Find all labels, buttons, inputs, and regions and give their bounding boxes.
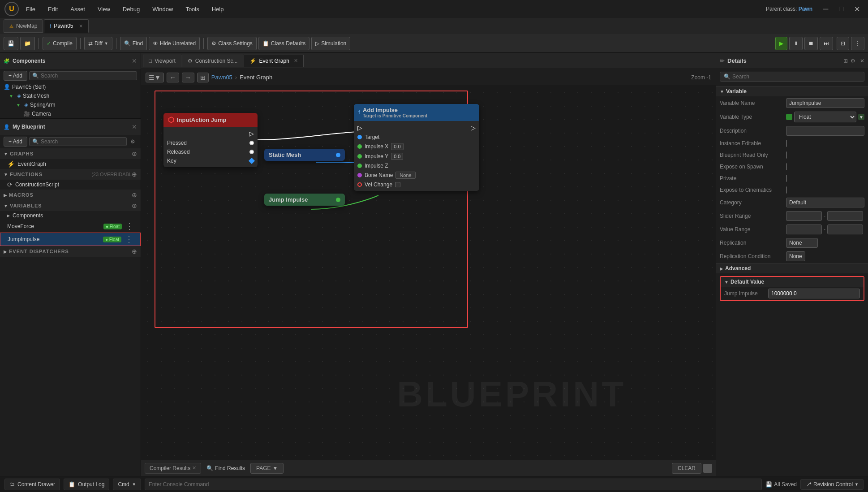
menu-edit[interactable]: Edit [45,4,60,14]
tab-pawn05-close[interactable]: ✕ [79,23,83,29]
expose-cinematics-checkbox[interactable] [786,186,787,194]
details-grid-icon[interactable]: ⊞ [843,58,848,64]
pressed-pin[interactable]: Pressed [163,138,258,147]
static-mesh-node[interactable]: Static Mesh [264,149,345,161]
graph-area[interactable]: BLUEPRINT ⬡ InputAction Jump [141,86,716,460]
menu-asset[interactable]: Asset [68,4,88,14]
construction-script-item[interactable]: ⟳ ConstructionScript [0,180,141,190]
value-range-max[interactable] [827,224,863,234]
category-select[interactable]: Default [786,198,864,207]
type-arr-icon[interactable]: ▼ [858,114,864,120]
skip-button[interactable]: ⏭ [820,37,833,50]
private-checkbox[interactable] [786,175,787,182]
tab-newmap[interactable]: ⚠ NewMap [4,19,43,33]
pause-button[interactable]: ⏸ [789,37,803,50]
menu-view[interactable]: View [95,4,113,14]
class-defaults-button[interactable]: 📋 Class Defaults [258,37,309,50]
eventgraph-item[interactable]: ⚡ EventGraph [0,159,141,169]
advanced-section-header[interactable]: ▶ Advanced [716,263,868,273]
revision-control-button[interactable]: ⎇ Revision Control ▼ [800,479,864,490]
diff-button[interactable]: ⇄ Diff ▼ [84,37,112,50]
components-add-button[interactable]: + Add [4,71,27,81]
event-dispatchers-add-icon[interactable]: ⊕ [132,248,137,255]
variables-add-icon[interactable]: ⊕ [132,202,137,209]
settings-gear-icon[interactable]: ⚙ [129,138,137,146]
replication-select[interactable]: None Replicated [786,238,818,248]
add-impulse-node[interactable]: f Add Impulse Target is Primitive Compon… [354,104,479,191]
impulse-y-pin[interactable]: Impulse Y 0.0 [354,151,479,161]
menu-help[interactable]: Help [209,4,227,14]
graphs-section-header[interactable]: ▼ GRAPHS ⊕ [0,148,141,159]
variable-name-input[interactable] [786,98,864,108]
impulse-x-pin[interactable]: Impulse X 0.0 [354,142,479,151]
bone-name-value[interactable]: None [395,172,415,179]
moveforce-more-icon[interactable]: ⋮ [125,221,133,231]
graphs-add-icon[interactable]: ⊕ [132,150,137,157]
components-group-item[interactable]: ▸ Components [0,211,141,220]
blueprint-search-input[interactable] [41,138,124,145]
find-button[interactable]: 🔍 Find [120,37,147,50]
components-search-input[interactable] [41,73,134,79]
expose-spawn-checkbox[interactable] [786,163,787,170]
jump-impulse-default-input[interactable] [768,289,860,298]
components-close-btn[interactable]: ✕ [132,57,137,65]
menu-debug[interactable]: Debug [120,4,142,14]
replication-condition-select[interactable]: None [786,251,805,261]
nav-forward-btn[interactable]: → [182,73,194,82]
input-action-node[interactable]: ⬡ InputAction Jump ▷ Pressed Released [163,113,258,167]
variable-section-header[interactable]: ▼ Variable [716,86,868,96]
more-button[interactable]: ⋮ [851,37,864,50]
description-input[interactable] [786,126,864,136]
jump-impulse-node[interactable]: Jump Impulse [264,194,345,206]
details-search-input[interactable] [732,73,860,80]
output-log-button[interactable]: 📋 Output Log [64,479,109,490]
tree-item-camera[interactable]: 🎥 Camera [0,109,141,118]
hide-unrelated-button[interactable]: 👁 Hide Unrelated [149,37,200,50]
eventgraph-tab-close[interactable]: ✕ [294,58,298,64]
default-value-header[interactable]: ▼ Default Value [721,277,864,287]
key-pin[interactable]: Key [163,156,258,165]
construction-tab[interactable]: ⚙ Construction Sc... [182,55,244,67]
page-button[interactable]: PAGE ▼ [250,463,284,474]
compiler-results-tab[interactable]: Compiler Results ✕ [145,463,201,474]
value-range-min[interactable] [786,224,822,234]
slider-range-max[interactable] [827,211,863,221]
menu-window[interactable]: Window [150,4,176,14]
minimize-btn[interactable]: ─ [820,4,832,14]
blueprint-readonly-checkbox[interactable] [786,151,787,159]
macros-section-header[interactable]: ▶ MACROS ⊕ [0,190,141,200]
close-btn[interactable]: ✕ [851,4,864,14]
tree-item-springarm[interactable]: ▼ ◈ SpringArm [0,100,141,109]
stop-button[interactable]: ⏹ [804,37,818,50]
cmd-button[interactable]: Cmd ▼ [113,479,141,490]
tab-pawn05[interactable]: f Pawn05 ✕ [44,19,88,33]
browse-button[interactable]: 📁 [20,37,35,50]
play-button[interactable]: ▶ [775,37,787,50]
released-pin[interactable]: Released [163,147,258,156]
tree-item-pawn05[interactable]: 👤 Pawn05 (Self) [0,82,141,91]
expand-button[interactable]: ⊡ [837,37,849,50]
scroll-indicator[interactable] [703,464,712,473]
content-drawer-button[interactable]: 🗂 Content Drawer [4,479,60,490]
macros-add-icon[interactable]: ⊕ [132,191,137,199]
nav-mode-btn[interactable]: ☰▼ [146,73,164,82]
moveforce-variable-item[interactable]: MoveForce ● Float ⋮ [0,220,141,233]
console-input[interactable] [149,481,758,488]
details-close-btn[interactable]: ✕ [860,58,864,64]
slider-range-min[interactable] [786,211,822,221]
class-settings-button[interactable]: ⚙ Class Settings [207,37,257,50]
tree-item-staticmesh[interactable]: ▼ ◈ StaticMesh [0,91,141,100]
save-button[interactable]: 💾 [4,37,18,50]
jumpimpulse-variable-item[interactable]: JumpImpulse ● Float ⋮ [0,233,141,246]
variables-section-header[interactable]: ▼ VARIABLES ⊕ [0,200,141,211]
blueprint-panel-close-btn[interactable]: ✕ [132,123,137,130]
impulse-z-pin[interactable]: Impulse Z [354,161,479,170]
jumpimpulse-more-icon[interactable]: ⋮ [125,234,133,244]
impulse-y-value[interactable]: 0.0 [391,153,403,160]
menu-tools[interactable]: Tools [183,4,202,14]
vel-change-checkbox[interactable] [395,182,400,187]
variable-type-select[interactable]: Float Boolean Integer String [794,112,856,122]
target-pin[interactable]: Target [354,133,479,142]
maximize-btn[interactable]: □ [835,4,847,14]
find-results-tab[interactable]: 🔍 Find Results [203,465,249,471]
